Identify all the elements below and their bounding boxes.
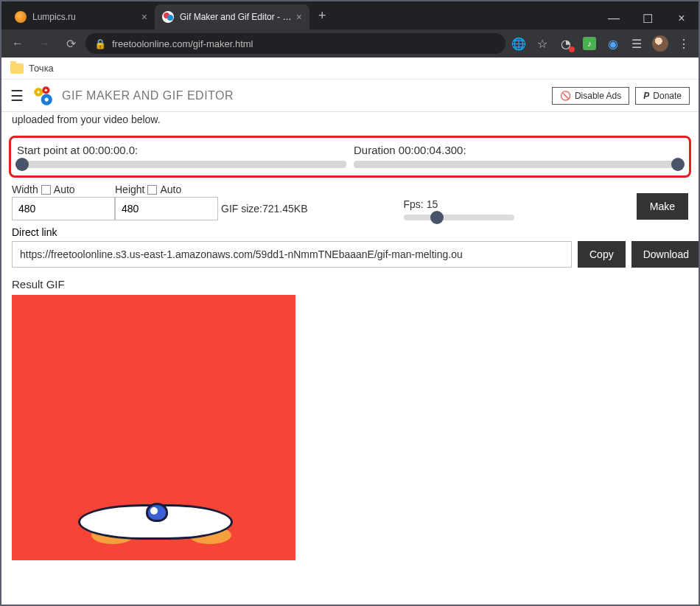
browser-titlebar: Lumpics.ru × Gif Maker and Gif Editor - … bbox=[1, 1, 699, 29]
url-text: freetoolonline.com/gif-maker.html bbox=[112, 38, 253, 49]
disable-ads-button[interactable]: 🚫Disable Ads bbox=[552, 87, 629, 105]
page-content: ☰ GIF MAKER AND GIF EDITOR 🚫Disable Ads … bbox=[1, 80, 699, 606]
download-button[interactable]: Download bbox=[631, 241, 699, 268]
page-header: ☰ GIF MAKER AND GIF EDITOR 🚫Disable Ads … bbox=[1, 80, 699, 112]
extension-red-icon[interactable]: ◔ bbox=[556, 33, 576, 54]
result-gif-label: Result GIF bbox=[1, 272, 699, 295]
slider-handle[interactable] bbox=[15, 158, 29, 171]
start-point-slider[interactable] bbox=[17, 161, 346, 168]
fps-label: Fps: 15 bbox=[404, 198, 514, 210]
close-window-button[interactable]: × bbox=[665, 7, 699, 29]
start-point-label: Start point at 00:00:00.0: bbox=[17, 144, 346, 156]
lock-icon: 🔒 bbox=[94, 38, 106, 49]
bookmarks-bar: Точка bbox=[1, 58, 699, 80]
folder-icon bbox=[10, 63, 24, 74]
extension-green-icon[interactable]: ♪ bbox=[579, 33, 600, 54]
favicon-gifmaker bbox=[162, 11, 174, 23]
auto-label: Auto bbox=[54, 184, 75, 195]
tab-lumpics[interactable]: Lumpics.ru × bbox=[7, 4, 155, 29]
url-input[interactable]: 🔒 freetoolonline.com/gif-maker.html bbox=[85, 33, 505, 54]
dimensions-row: Width Auto Height Auto GIF size:721.45KB… bbox=[1, 182, 699, 222]
width-input[interactable] bbox=[12, 197, 115, 220]
result-gif-preview bbox=[12, 295, 295, 560]
copy-button[interactable]: Copy bbox=[578, 241, 626, 268]
bookmark-star-icon[interactable]: ☆ bbox=[532, 33, 553, 54]
direct-link-input[interactable] bbox=[12, 241, 572, 268]
donate-button[interactable]: PDonate bbox=[635, 87, 690, 105]
address-bar: ← → ⟳ 🔒 freetoolonline.com/gif-maker.htm… bbox=[1, 29, 699, 58]
reading-list-icon[interactable]: ☰ bbox=[626, 33, 647, 54]
svg-point-7 bbox=[45, 88, 47, 91]
tab-gifmaker[interactable]: Gif Maker and Gif Editor - Free Tc × bbox=[155, 4, 309, 29]
profile-avatar[interactable] bbox=[650, 33, 671, 54]
time-sliders-highlight: Start point at 00:00:00.0: Duration 00:0… bbox=[9, 136, 691, 178]
fps-slider[interactable] bbox=[404, 215, 514, 220]
page-title: GIF MAKER AND GIF EDITOR bbox=[62, 89, 234, 102]
svg-point-6 bbox=[38, 91, 40, 93]
slider-handle[interactable] bbox=[671, 158, 685, 171]
hamburger-icon[interactable]: ☰ bbox=[10, 87, 24, 105]
height-input[interactable] bbox=[115, 197, 218, 220]
duration-label: Duration 00:00:04.300: bbox=[354, 144, 683, 156]
minimize-button[interactable]: — bbox=[597, 7, 631, 29]
reload-button[interactable]: ⟳ bbox=[59, 32, 83, 55]
translate-icon[interactable]: 🌐 bbox=[508, 33, 529, 54]
height-label: Height bbox=[115, 184, 144, 195]
maximize-button[interactable]: ☐ bbox=[631, 7, 665, 29]
gif-size-text: GIF size:721.45KB bbox=[218, 189, 308, 215]
extension-blue-icon[interactable]: ◉ bbox=[603, 33, 623, 54]
svg-point-5 bbox=[45, 97, 49, 101]
height-auto-checkbox[interactable] bbox=[147, 185, 157, 195]
bookmark-item[interactable]: Точка bbox=[29, 63, 54, 74]
svg-point-1 bbox=[167, 15, 173, 21]
close-icon[interactable]: × bbox=[296, 11, 302, 23]
auto-label: Auto bbox=[160, 184, 181, 195]
direct-link-label: Direct link bbox=[12, 226, 688, 238]
duration-slider[interactable] bbox=[354, 161, 683, 168]
width-auto-checkbox[interactable] bbox=[41, 185, 51, 195]
new-tab-button[interactable]: + bbox=[309, 8, 335, 24]
gif-illustration bbox=[78, 492, 233, 544]
width-label: Width bbox=[12, 184, 38, 195]
kebab-menu-icon[interactable]: ⋮ bbox=[673, 33, 694, 54]
favicon-lumpics bbox=[15, 11, 27, 23]
slider-handle[interactable] bbox=[430, 211, 444, 224]
description-text: uploaded from your video below. bbox=[1, 112, 699, 133]
block-icon: 🚫 bbox=[560, 91, 571, 101]
tab-label: Lumpics.ru bbox=[32, 12, 137, 22]
tab-label: Gif Maker and Gif Editor - Free Tc bbox=[180, 12, 292, 22]
direct-link-section: Direct link Copy Download bbox=[1, 222, 699, 272]
make-button[interactable]: Make bbox=[637, 193, 688, 220]
site-logo-icon bbox=[31, 83, 56, 108]
paypal-icon: P bbox=[643, 91, 649, 101]
close-icon[interactable]: × bbox=[141, 11, 147, 23]
back-button[interactable]: ← bbox=[6, 32, 29, 55]
forward-button[interactable]: → bbox=[32, 32, 56, 55]
